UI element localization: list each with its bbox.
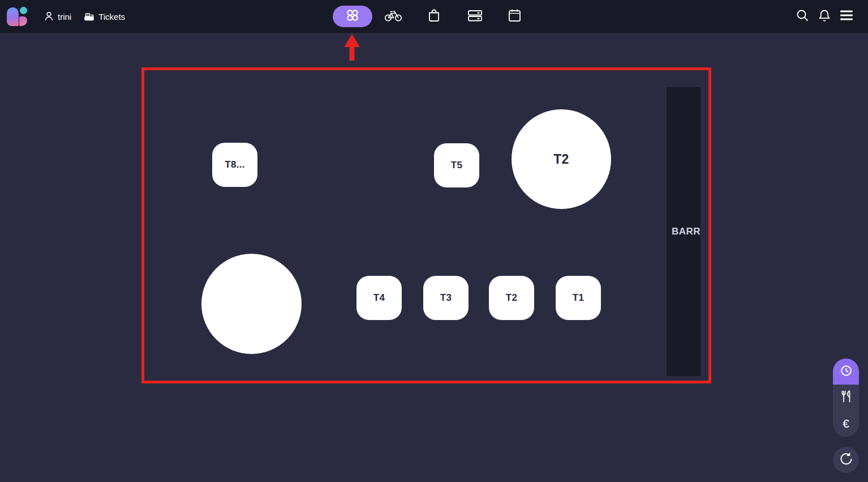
calendar-icon — [508, 8, 522, 25]
clock-icon — [840, 364, 853, 379]
user-label: trini — [58, 12, 71, 22]
top-navbar: trini Tickets — [0, 0, 868, 33]
table-t3[interactable]: T3 — [423, 276, 469, 320]
utensils-icon — [840, 390, 852, 406]
view-mode-toggle: € — [833, 359, 859, 437]
cash-register-icon — [84, 11, 94, 22]
bicycle-icon — [384, 8, 402, 24]
cash-drawer-icon — [467, 9, 483, 24]
table-t2-round[interactable]: T2 — [512, 109, 611, 209]
tab-takeaway[interactable] — [423, 5, 445, 28]
menu-icon — [840, 10, 853, 23]
dining-view-button[interactable] — [833, 385, 859, 411]
bar-label: BARRA — [672, 226, 701, 237]
tickets-label: Tickets — [98, 12, 125, 22]
payments-view-button[interactable]: € — [833, 411, 859, 437]
refresh-button[interactable] — [833, 447, 859, 473]
tab-tables[interactable] — [333, 6, 372, 27]
navbar-left: trini Tickets — [6, 0, 125, 33]
table-t2-square[interactable]: T2 — [489, 276, 534, 320]
tab-delivery[interactable] — [382, 5, 405, 28]
red-arrow-annotation — [343, 34, 361, 63]
logo-leaf-shape — [7, 7, 19, 26]
user-icon — [44, 11, 54, 22]
tab-calendar[interactable] — [503, 5, 526, 28]
refresh-icon — [839, 452, 853, 468]
bag-icon — [427, 8, 441, 25]
grid-icon — [345, 7, 360, 25]
time-view-button[interactable] — [833, 359, 859, 385]
tickets-button[interactable]: Tickets — [84, 11, 125, 22]
user-button[interactable]: trini — [44, 11, 71, 22]
search-button[interactable] — [792, 5, 813, 28]
bell-icon — [818, 8, 831, 25]
table-t5[interactable]: T5 — [434, 143, 479, 187]
logo-petal-shape — [19, 16, 27, 26]
app-logo[interactable] — [6, 2, 32, 31]
menu-button[interactable] — [836, 5, 857, 28]
navbar-right — [792, 0, 857, 33]
logo-dot-shape — [20, 7, 27, 14]
navbar-tabs — [333, 0, 536, 33]
tab-register[interactable] — [463, 5, 486, 28]
table-t4[interactable]: T4 — [356, 276, 402, 320]
floor-plan-page: trini Tickets — [0, 0, 868, 482]
table-t8[interactable]: T8... — [212, 143, 257, 187]
table-unlabeled-round[interactable] — [201, 254, 302, 354]
euro-icon: € — [843, 417, 849, 430]
table-t1[interactable]: T1 — [556, 276, 601, 320]
bar-counter[interactable]: BARRA — [667, 87, 701, 376]
notifications-button[interactable] — [814, 5, 835, 28]
search-icon — [796, 8, 809, 24]
